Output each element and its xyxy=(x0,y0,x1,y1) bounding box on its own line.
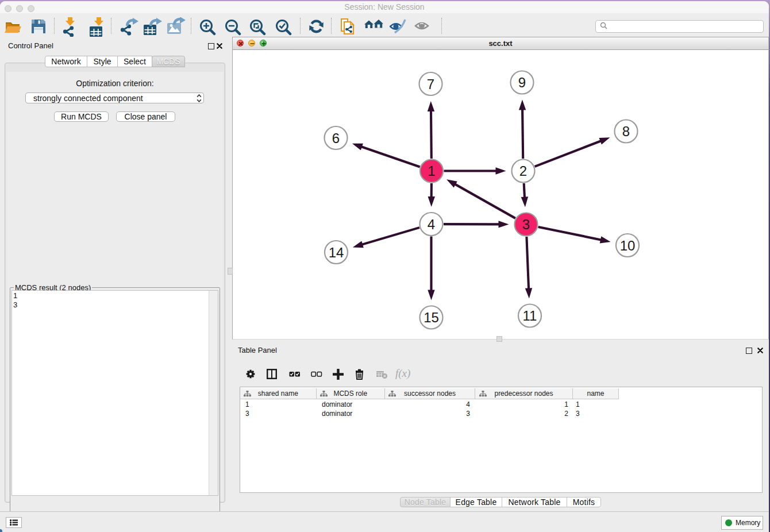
svg-text:4: 4 xyxy=(428,217,435,232)
svg-text:1: 1 xyxy=(428,163,435,179)
svg-text:6: 6 xyxy=(332,130,340,146)
svg-text:10: 10 xyxy=(620,238,636,253)
svg-text:14: 14 xyxy=(329,245,344,260)
svg-text:9: 9 xyxy=(518,75,526,90)
svg-text:15: 15 xyxy=(424,310,439,325)
svg-text:2: 2 xyxy=(519,163,527,179)
svg-text:11: 11 xyxy=(523,308,537,323)
svg-text:7: 7 xyxy=(427,76,434,92)
svg-text:3: 3 xyxy=(522,217,530,232)
svg-text:8: 8 xyxy=(622,124,630,139)
